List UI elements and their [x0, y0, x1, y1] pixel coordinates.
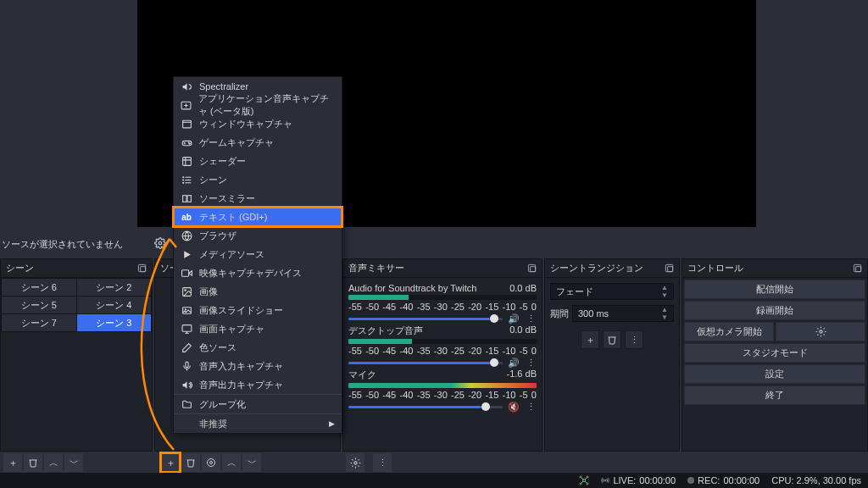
volume-slider[interactable]: [348, 318, 503, 320]
menu-item-label: 画像スライドショー: [199, 304, 283, 317]
start-record-button[interactable]: 録画開始: [684, 301, 865, 320]
add-transition-button[interactable]: ＋: [581, 330, 599, 349]
mixer-menu-button[interactable]: ⋮: [373, 453, 392, 472]
svg-point-0: [159, 241, 162, 245]
fx-icon: [181, 156, 192, 167]
volume-slider[interactable]: [348, 406, 503, 408]
channel-menu-button[interactable]: ⋮: [525, 313, 537, 324]
level-meter: [348, 295, 537, 300]
popout-icon[interactable]: [665, 263, 674, 273]
brush-icon: [181, 342, 192, 353]
menu-item[interactable]: 映像キャプチャデバイス: [174, 263, 342, 282]
mixer-panel: 音声ミキサー Audio for Soundtrack by Twitch0.0…: [342, 258, 542, 452]
slider-knob[interactable]: [490, 314, 498, 323]
start-vcam-button[interactable]: 仮想カメラ開始: [684, 322, 774, 341]
slider-knob[interactable]: [490, 358, 498, 367]
source-up-button[interactable]: ︿: [222, 453, 241, 472]
scene-cell[interactable]: シーン 5: [2, 297, 76, 313]
scene-up-button[interactable]: ︿: [44, 453, 63, 472]
remove-transition-button[interactable]: [603, 330, 621, 349]
scene-cell[interactable]: シーン 6: [2, 279, 76, 296]
menu-item-label: Spectralizer: [199, 81, 248, 92]
channel-name: マイク: [348, 369, 376, 381]
scene-cell[interactable]: シーン 7: [2, 314, 76, 331]
menu-item[interactable]: 音声入力キャプチャ: [174, 357, 342, 375]
level-meter: [348, 339, 537, 344]
micout-icon: [181, 380, 192, 391]
scenes-panel: シーン シーン 6シーン 2シーン 5シーン 4シーン 7シーン 3: [0, 258, 153, 452]
duration-label: 期間: [550, 308, 569, 320]
add-scene-button[interactable]: ＋: [3, 453, 22, 472]
menu-item-label: ブラウザ: [199, 230, 236, 242]
svg-point-12: [210, 462, 213, 464]
menu-item[interactable]: アプリケーション音声キャプチャ (ベータ版): [174, 96, 342, 114]
menu-item[interactable]: シーン: [174, 170, 342, 189]
popout-icon[interactable]: [853, 263, 862, 273]
meter-ticks: -55-50-45-40-35-30-25-20-15-10-50: [348, 302, 537, 312]
remove-source-button[interactable]: [181, 453, 200, 472]
menu-item[interactable]: 音声出力キャプチャ: [174, 375, 342, 394]
slider-knob[interactable]: [481, 402, 490, 411]
scene-cell[interactable]: シーン 4: [77, 297, 152, 313]
menu-item[interactable]: 画像スライドショー: [174, 301, 342, 319]
menu-item[interactable]: メディアソース: [174, 245, 342, 263]
svg-rect-8: [668, 267, 673, 272]
menu-item[interactable]: 色ソース: [174, 338, 342, 357]
properties-button[interactable]: [154, 237, 171, 249]
menu-item[interactable]: 画像: [174, 282, 342, 301]
scene-cell[interactable]: シーン 3: [77, 314, 152, 331]
meter-ticks: -55-50-45-40-35-30-25-20-15-10-50: [348, 390, 537, 400]
svg-point-43: [587, 476, 588, 478]
scenes-title: シーン: [6, 262, 34, 274]
menu-item[interactable]: abテキスト (GDI+): [174, 208, 342, 226]
channel-db: 0.0 dB: [509, 283, 537, 293]
speaker-icon[interactable]: 🔊: [508, 358, 520, 369]
menu-item[interactable]: ゲームキャプチャ: [174, 133, 342, 152]
volume-slider[interactable]: [348, 362, 503, 364]
mon-icon: [181, 324, 192, 335]
level-meter: [348, 383, 537, 388]
svg-point-20: [189, 143, 190, 144]
transition-select[interactable]: フェード▲▼: [550, 283, 674, 300]
menu-item[interactable]: シェーダー: [174, 152, 342, 170]
menu-item[interactable]: グループ化: [174, 395, 342, 413]
menu-item[interactable]: ソースミラー: [174, 189, 342, 208]
popout-icon[interactable]: [137, 263, 147, 273]
source-props-button[interactable]: [202, 453, 220, 472]
img-icon: [181, 286, 192, 297]
add-source-button[interactable]: ＋: [161, 453, 180, 472]
duration-input[interactable]: 300 ms▲▼: [572, 305, 674, 322]
menu-item[interactable]: 画面キャプチャ: [174, 319, 342, 338]
svg-rect-37: [182, 324, 192, 331]
start-stream-button[interactable]: 配信開始: [684, 280, 865, 299]
channel-menu-button[interactable]: ⋮: [525, 358, 537, 369]
micin-icon: [181, 361, 192, 372]
transition-menu-button[interactable]: ⋮: [625, 330, 643, 349]
menu-item[interactable]: ブラウザ: [174, 226, 342, 245]
no-source-selected-label: ソースが選択されていません: [2, 238, 123, 251]
channel-menu-button[interactable]: ⋮: [525, 402, 537, 413]
svg-point-34: [184, 289, 186, 291]
menu-item-label: 画像: [199, 286, 218, 298]
menu-item-label: シーン: [199, 174, 227, 186]
vcam-settings-button[interactable]: [776, 322, 865, 341]
speaker-icon[interactable]: 🔊: [508, 313, 520, 324]
channel-db: -1.6 dB: [507, 369, 537, 381]
popout-icon[interactable]: [527, 263, 537, 273]
remove-scene-button[interactable]: [24, 453, 42, 472]
mixer-settings-button[interactable]: [346, 453, 364, 472]
svg-point-42: [580, 476, 581, 478]
exit-button[interactable]: 終了: [684, 385, 865, 405]
mute-icon[interactable]: 🔇: [508, 402, 520, 413]
studio-mode-button[interactable]: スタジオモード: [684, 343, 865, 363]
controls-panel: コントロール 配信開始 録画開始 仮想カメラ開始 スタジオモード 設定 終了: [682, 258, 868, 452]
source-down-button[interactable]: ﹀: [242, 453, 261, 472]
svg-rect-2: [141, 267, 146, 272]
svg-point-11: [819, 330, 821, 333]
rec-indicator-icon: [687, 477, 694, 484]
menu-item[interactable]: 非推奨▶: [174, 414, 342, 433]
scene-down-button[interactable]: ﹀: [64, 453, 83, 472]
settings-button[interactable]: 設定: [684, 364, 865, 384]
scene-cell[interactable]: シーン 2: [77, 279, 152, 296]
status-bar: LIVE:00:00:00 REC:00:00:00 CPU: 2.9%, 30…: [0, 473, 868, 488]
